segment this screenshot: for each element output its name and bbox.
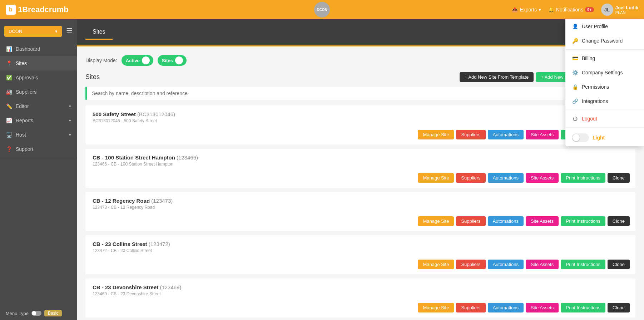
- page-tab: Sites: [85, 25, 113, 40]
- automations-button[interactable]: Automations: [488, 303, 524, 312]
- suppliers-button[interactable]: Suppliers: [456, 260, 485, 269]
- sidebar-item-approvals[interactable]: ✅ Approvals: [0, 70, 77, 85]
- dropdown-divider-1: [565, 49, 644, 50]
- print-instructions-button[interactable]: Print Instructions: [561, 216, 605, 226]
- change-password-label: Change Password: [582, 38, 623, 44]
- exports-button[interactable]: 📤 Exports ▾: [512, 7, 541, 13]
- sites-toggle[interactable]: Sites: [158, 55, 187, 66]
- content-area: Display Mode: Active Sites Sites + Add N…: [77, 46, 644, 320]
- suppliers-button[interactable]: Suppliers: [456, 216, 485, 226]
- search-input[interactable]: [85, 87, 635, 100]
- sidebar-arrow-reports: ▾: [69, 118, 71, 123]
- site-actions: Manage SiteSuppliersAutomationsSite Asse…: [85, 169, 635, 188]
- menu-type-badge: Basic: [44, 310, 62, 316]
- hamburger-button[interactable]: ☰: [62, 26, 77, 35]
- org-selector-button[interactable]: DCON ▾: [4, 26, 62, 37]
- automations-button[interactable]: Automations: [488, 130, 524, 139]
- add-from-template-button[interactable]: + Add New Site From Template: [460, 72, 534, 82]
- active-toggle-label: Active: [126, 58, 140, 63]
- user-menu-button[interactable]: JL Joel Ludik PLAN: [601, 4, 638, 16]
- top-nav: b 1Breadcrumb DCON 📤 Exports ▾ 🔔 Notific…: [0, 0, 644, 19]
- permissions-icon: 🔒: [572, 84, 578, 90]
- site-assets-button[interactable]: Site Assets: [526, 303, 559, 312]
- permissions-label: Permissions: [582, 84, 609, 90]
- site-card: 500 Safety Street (BC313012046) BC313012…: [85, 105, 635, 144]
- site-name: CB - 23 Collins Street (123472): [93, 241, 628, 247]
- dropdown-item-logout[interactable]: ⏻ Logout: [565, 112, 644, 126]
- active-toggle[interactable]: Active: [122, 55, 153, 66]
- site-card: CB - 23 Collins Street (123472) 123472 -…: [85, 235, 635, 274]
- site-ref: (123472): [149, 241, 170, 247]
- dropdown-item-company-settings[interactable]: ⚙️ Company Settings: [565, 65, 644, 80]
- sidebar-top-row: DCON ▾ ☰: [0, 19, 77, 42]
- dropdown-item-billing[interactable]: 💳 Billing: [565, 51, 644, 65]
- sidebar-label-host: Host: [16, 132, 26, 138]
- sidebar-label-support: Support: [16, 146, 33, 152]
- print-instructions-button[interactable]: Print Instructions: [561, 260, 605, 269]
- display-mode-label: Display Mode:: [85, 58, 117, 63]
- sidebar-item-editor[interactable]: ✏️ Editor ▾: [0, 99, 77, 113]
- dropdown-divider-3: [565, 127, 644, 128]
- site-desc: 123466 - CB - 100 Station Street Hampton: [93, 162, 628, 167]
- user-profile-icon: 👤: [572, 24, 578, 29]
- dropdown-item-user-profile[interactable]: 👤 User Profile: [565, 19, 644, 34]
- sidebar-item-support[interactable]: ❓ Support: [0, 142, 77, 156]
- sidebar-item-dashboard[interactable]: 📊 Dashboard: [0, 42, 77, 56]
- automations-button[interactable]: Automations: [488, 173, 524, 183]
- site-name: 500 Safety Street (BC313012046): [93, 111, 628, 117]
- site-assets-button[interactable]: Site Assets: [526, 216, 559, 226]
- suppliers-button[interactable]: Suppliers: [456, 173, 485, 183]
- dropdown-item-integrations[interactable]: 🔗 Integrations: [565, 94, 644, 108]
- site-card: CB - 100 Station Street Hampton (123466)…: [85, 149, 635, 188]
- sites-title: Sites: [85, 73, 100, 81]
- dropdown-item-permissions[interactable]: 🔒 Permissions: [565, 80, 644, 94]
- site-card-info: CB - 23 Collins Street (123472) 123472 -…: [85, 235, 635, 256]
- dropdown-item-change-password[interactable]: 🔑 Change Password: [565, 34, 644, 48]
- sidebar-item-host[interactable]: 🖥️ Host ▾: [0, 128, 77, 142]
- sidebar-label-reports: Reports: [16, 118, 33, 123]
- automations-button[interactable]: Automations: [488, 216, 524, 226]
- sidebar-icon-suppliers: 🏭: [6, 89, 12, 95]
- manage-site-button[interactable]: Manage Site: [418, 216, 454, 226]
- clone-button[interactable]: Clone: [608, 303, 630, 312]
- manage-site-button[interactable]: Manage Site: [418, 303, 454, 312]
- company-settings-label: Company Settings: [582, 70, 623, 75]
- print-instructions-button[interactable]: Print Instructions: [561, 303, 605, 312]
- sidebar-item-sites[interactable]: 📍 Sites: [0, 56, 77, 70]
- clone-button[interactable]: Clone: [608, 216, 630, 226]
- site-assets-button[interactable]: Site Assets: [526, 260, 559, 269]
- change-password-icon: 🔑: [572, 38, 578, 44]
- site-name: CB - 23 Devonshire Street (123469): [93, 284, 628, 290]
- clone-button[interactable]: Clone: [608, 173, 630, 183]
- site-assets-button[interactable]: Site Assets: [526, 173, 559, 183]
- sidebar-item-suppliers[interactable]: 🏭 Suppliers: [0, 85, 77, 99]
- site-desc: BC313012046 - 500 Safety Street: [93, 118, 628, 123]
- theme-label: Light: [593, 135, 605, 141]
- notifications-button[interactable]: 🔔 Notifications 9+: [548, 7, 594, 13]
- suppliers-button[interactable]: Suppliers: [456, 130, 485, 139]
- clone-button[interactable]: Clone: [608, 260, 630, 269]
- menu-type-toggle[interactable]: [31, 311, 41, 316]
- suppliers-button[interactable]: Suppliers: [456, 303, 485, 312]
- site-actions: Manage SiteSuppliersAutomationsSite Asse…: [85, 126, 635, 144]
- export-icon: 📤: [512, 7, 518, 13]
- site-assets-button[interactable]: Site Assets: [526, 130, 559, 139]
- user-profile-label: User Profile: [582, 24, 608, 29]
- sidebar-icon-host: 🖥️: [6, 132, 12, 138]
- org-logo-area: DCON: [314, 2, 330, 18]
- top-nav-right: 📤 Exports ▾ 🔔 Notifications 9+ JL Joel L…: [512, 4, 638, 16]
- site-card: CB - 23 Devonshire Street (123469) 12346…: [85, 279, 635, 317]
- site-card-info: CB - 23 Devonshire Street (123469) 12346…: [85, 279, 635, 299]
- print-instructions-button[interactable]: Print Instructions: [561, 173, 605, 183]
- theme-toggle[interactable]: [572, 133, 589, 142]
- sidebar-item-reports[interactable]: 📈 Reports ▾: [0, 113, 77, 128]
- sidebar-icon-reports: 📈: [6, 118, 12, 123]
- manage-site-button[interactable]: Manage Site: [418, 260, 454, 269]
- logout-icon: ⏻: [572, 116, 578, 122]
- manage-site-button[interactable]: Manage Site: [418, 130, 454, 139]
- manage-site-button[interactable]: Manage Site: [418, 173, 454, 183]
- sites-container: 500 Safety Street (BC313012046) BC313012…: [85, 105, 635, 317]
- theme-toggle-row: Light: [565, 129, 644, 146]
- site-actions: Manage SiteSuppliersAutomationsSite Asse…: [85, 213, 635, 231]
- automations-button[interactable]: Automations: [488, 260, 524, 269]
